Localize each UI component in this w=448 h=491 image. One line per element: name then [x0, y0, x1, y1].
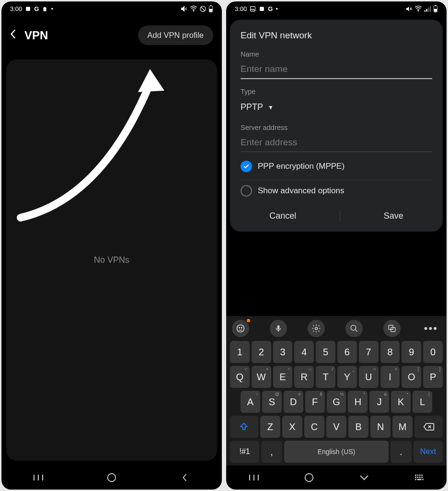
key-p[interactable]: P]: [423, 366, 443, 388]
save-button[interactable]: Save: [369, 206, 418, 226]
key-u[interactable]: U<: [359, 366, 379, 388]
svg-point-20: [241, 327, 242, 328]
svg-rect-37: [422, 479, 424, 480]
svg-rect-28: [417, 475, 418, 476]
key-l[interactable]: L(: [413, 391, 432, 413]
keyboard-row-numbers: 1234567890: [228, 341, 445, 363]
type-label: Type: [241, 88, 432, 95]
key-4[interactable]: 4: [294, 341, 314, 363]
nav-home[interactable]: [302, 470, 316, 485]
key-e[interactable]: E÷: [273, 366, 293, 388]
status-bar: 3:00 G •: [226, 1, 447, 16]
vpn-list-card: No VPNs: [6, 59, 217, 461]
cancel-button[interactable]: Cancel: [255, 206, 310, 226]
nav-back[interactable]: [178, 470, 192, 485]
svg-rect-12: [426, 9, 427, 12]
key-o[interactable]: O[: [402, 366, 421, 388]
key-f[interactable]: F$: [305, 391, 325, 413]
nav-recents[interactable]: [31, 470, 46, 485]
key-v[interactable]: V: [326, 416, 346, 438]
ppp-encryption-checkbox[interactable]: PPP encryption (MPPE): [241, 156, 432, 177]
key-w[interactable]: W×: [252, 366, 271, 388]
svg-point-1: [193, 11, 194, 11]
no-data-icon: [199, 5, 207, 12]
space-key[interactable]: English (US): [284, 441, 389, 463]
status-google-icon: G: [268, 5, 273, 12]
battery-icon: [433, 5, 438, 12]
key-x[interactable]: X: [282, 416, 302, 438]
key-q[interactable]: Q+: [230, 366, 250, 388]
phone-right: 3:00 G • Edit VPN network Name Type PPTP…: [226, 1, 447, 490]
svg-rect-4: [210, 5, 212, 6]
translate-button[interactable]: [383, 320, 401, 337]
keyboard-settings-button[interactable]: [308, 320, 325, 337]
svg-rect-31: [415, 477, 416, 478]
key-s[interactable]: S@: [262, 391, 282, 413]
key-a[interactable]: A!: [241, 391, 260, 413]
key-7[interactable]: 7: [359, 341, 379, 363]
name-label: Name: [241, 50, 432, 58]
next-key[interactable]: Next: [414, 441, 443, 463]
edit-vpn-dialog: Edit VPN network Name Type PPTP ▼ Server…: [230, 20, 443, 232]
voice-input-button[interactable]: [270, 320, 287, 337]
status-more-dot: •: [276, 5, 278, 12]
nav-home[interactable]: [104, 470, 119, 485]
key-z[interactable]: Z: [260, 416, 280, 438]
key-k[interactable]: K*: [391, 391, 411, 413]
key-3[interactable]: 3: [273, 341, 293, 363]
key-h[interactable]: H^: [348, 391, 368, 413]
key-5[interactable]: 5: [316, 341, 335, 363]
backspace-key[interactable]: [414, 416, 443, 438]
key-j[interactable]: J&: [369, 391, 389, 413]
svg-rect-30: [421, 475, 423, 476]
key-n[interactable]: N: [370, 416, 391, 438]
key-1[interactable]: 1: [230, 341, 250, 363]
key-r[interactable]: R=: [294, 366, 314, 388]
mute-icon: [181, 5, 188, 12]
emoji-button[interactable]: [232, 320, 249, 337]
svg-rect-8: [251, 6, 255, 11]
svg-rect-13: [428, 7, 429, 12]
key-9[interactable]: 9: [402, 341, 421, 363]
svg-rect-17: [434, 9, 437, 12]
keyboard-more-button[interactable]: •••: [421, 322, 441, 335]
nav-recents[interactable]: [247, 470, 261, 485]
key-m[interactable]: M: [392, 416, 413, 438]
empty-state-text: No VPNs: [94, 255, 129, 265]
svg-rect-9: [260, 7, 264, 11]
nav-keyboard-switch[interactable]: [412, 470, 426, 485]
key-8[interactable]: 8: [380, 341, 400, 363]
key-d[interactable]: D#: [284, 391, 303, 413]
action-separator: [340, 211, 340, 222]
svg-rect-5: [209, 9, 212, 12]
status-app-icon: [259, 6, 265, 12]
period-key[interactable]: .: [391, 441, 412, 463]
comma-key[interactable]: ,: [261, 441, 282, 463]
key-0[interactable]: 0: [423, 341, 443, 363]
key-b[interactable]: B: [348, 416, 368, 438]
name-input[interactable]: [241, 62, 432, 79]
nav-hide-keyboard[interactable]: [357, 470, 371, 485]
key-6[interactable]: 6: [337, 341, 357, 363]
mute-icon: [405, 5, 413, 12]
type-select[interactable]: PPTP ▼: [241, 99, 432, 119]
key-y[interactable]: Y_: [337, 366, 357, 388]
advanced-options-checkbox[interactable]: Show advanced options: [241, 180, 432, 201]
key-t[interactable]: T/: [316, 366, 335, 388]
ppp-label: PPP encryption (MPPE): [258, 162, 345, 171]
signal-icon: [424, 5, 431, 12]
symbols-key[interactable]: !#1: [230, 441, 259, 463]
key-c[interactable]: C: [304, 416, 324, 438]
add-vpn-profile-button[interactable]: Add VPN profile: [138, 25, 213, 45]
back-button[interactable]: [10, 29, 17, 42]
server-address-input[interactable]: [241, 135, 432, 152]
key-2[interactable]: 2: [252, 341, 271, 363]
svg-rect-35: [415, 479, 416, 480]
phone-left: 3:00 G • VPN Add VPN profile No VPNs: [1, 1, 222, 490]
keyboard-search-button[interactable]: [345, 320, 363, 337]
key-i[interactable]: I>: [380, 366, 400, 388]
svg-rect-16: [435, 5, 437, 6]
shift-key[interactable]: [230, 416, 258, 438]
annotation-arrow: [16, 64, 169, 232]
key-g[interactable]: G%: [327, 391, 346, 413]
